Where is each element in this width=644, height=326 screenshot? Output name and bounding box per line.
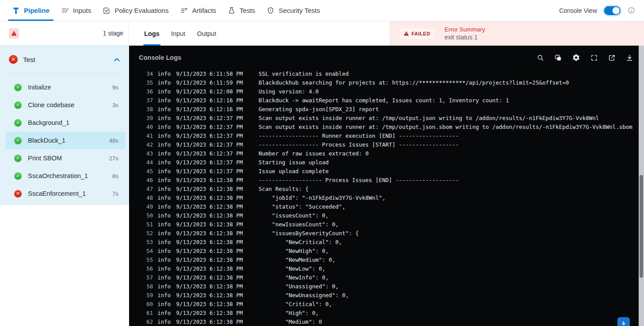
log-timestamp: 9/13/2023 6:12:38 PM [176,300,243,309]
log-level: info [157,176,171,185]
log-line: 46 info 9/13/2023 6:12:38 PM -----------… [129,176,639,185]
stage-name: Test [23,56,35,63]
download-icon[interactable] [626,54,633,62]
step-status-icon [14,137,22,144]
step-row[interactable]: BlackDuck_1 48s [5,132,126,149]
log-level: info [157,291,171,300]
tab-label: Pipeline [24,7,50,14]
step-name: Initialize [28,84,51,91]
tab-inputs[interactable]: Inputs [55,0,97,21]
console-scrollbar-thumb[interactable] [640,175,643,278]
log-level: info [157,105,171,114]
log-line: 42 info 9/13/2023 6:12:37 PM -----------… [129,140,639,149]
log-line-number: 51 [142,220,153,229]
tab-artifacts[interactable]: Artifacts [174,0,222,21]
log-timestamp: 9/13/2023 6:12:37 PM [176,158,243,167]
console-title: Console Logs [139,54,181,61]
log-line-number: 57 [142,273,153,282]
step-row[interactable]: Clone codebase 3s [5,96,126,114]
log-line: 47 info 9/13/2023 6:12:38 PM Scan Result… [129,185,639,194]
scroll-to-bottom-button[interactable] [617,317,630,326]
tab-label: Inputs [73,7,91,14]
log-level: info [157,149,171,158]
log-message: "jobId": "-n1FkEpdiw3Y7G-Vvk8Wnl", [259,194,385,202]
tab-logs[interactable]: Logs [140,21,164,46]
search-icon[interactable] [537,54,544,62]
step-name: Print SBOM [28,155,62,162]
chevron-up-icon[interactable] [114,57,120,62]
log-timestamp: 9/13/2023 6:12:16 PM [176,105,243,114]
log-line: 62 info 9/13/2023 6:12:38 PM "Medium": 0 [129,318,639,326]
open-in-new-icon[interactable] [608,54,616,62]
log-viewport[interactable]: 34 info 9/13/2023 6:11:58 PM SSL verific… [129,70,639,326]
policy-evaluations-icon [102,7,110,15]
step-duration: 3s [112,102,118,109]
log-line: 58 info 9/13/2023 6:12:38 PM "Unassigned… [129,282,639,291]
log-message: "NewHigh": 0, [259,247,329,256]
log-timestamp: 9/13/2023 6:12:38 PM [176,291,243,300]
scroll-to-bottom-icon [620,320,627,326]
log-level: info [157,220,171,229]
log-line-number: 49 [142,202,153,211]
tab-pipeline[interactable]: Pipeline [6,0,55,21]
top-navigation: Pipeline Inputs Policy Evaluations Artif… [0,0,644,21]
log-line: 36 info 9/13/2023 6:12:08 PM Using versi… [129,87,639,96]
tab-label: Tests [240,7,255,14]
info-icon[interactable] [628,7,635,14]
log-timestamp: 9/13/2023 6:12:38 PM [176,238,243,247]
tab-label: Security Tests [279,7,320,14]
log-line: 48 info 9/13/2023 6:12:38 PM "jobId": "-… [129,194,639,202]
log-level: info [157,300,171,309]
log-panel-tabbar: Logs Input Output [129,21,389,46]
artifacts-icon [180,7,188,15]
log-line: 34 info 9/13/2023 6:11:58 PM SSL verific… [129,70,639,78]
fullscreen-icon[interactable] [590,54,598,62]
step-row[interactable]: SscaEnforcement_1 7s [5,185,126,202]
tab-label: Artifacts [192,7,216,14]
console-view-toggle[interactable] [604,6,620,15]
step-duration: 7s [112,190,118,197]
step-name: BlackDuck_1 [28,137,66,144]
step-row[interactable]: Background_1 [5,114,126,132]
log-level: info [157,318,171,326]
console-logs-panel: Console Logs [129,46,644,326]
tab-security-tests[interactable]: Security Tests [261,0,326,21]
tab-tests[interactable]: Tests [222,0,261,21]
stage-header[interactable]: Test [0,46,129,73]
log-message: ------------------- Process Issues [END]… [259,176,459,185]
log-level: info [157,140,171,149]
log-line: 53 info 9/13/2023 6:12:38 PM "NewCritica… [129,238,639,247]
log-message: "High": 0, [259,309,318,318]
log-line: 52 info 9/13/2023 6:12:38 PM "issuesBySe… [129,229,639,238]
log-level: info [157,282,171,291]
console-actions [537,54,633,62]
log-message: "Unassigned": 0, [259,282,339,291]
step-row[interactable]: SscaOrchestration_1 8s [5,167,126,185]
console-scrollbar-track[interactable] [639,46,644,326]
log-level: info [157,87,171,96]
step-row[interactable]: Initialize 9s [5,78,126,96]
tab-input[interactable]: Input [167,21,190,46]
step-duration: 27s [109,155,118,162]
log-message: "NewLow": 0, [259,264,326,273]
log-message: Starting issue upload [259,158,329,167]
tab-policy-evaluations[interactable]: Policy Evaluations [97,0,174,21]
log-line: 54 info 9/13/2023 6:12:38 PM "NewHigh": … [129,247,639,256]
log-level: info [157,202,171,211]
execution-sidebar: 1 stage Test Initialize 9s [0,21,129,326]
log-line: 49 info 9/13/2023 6:12:38 PM "status": "… [129,202,639,211]
tab-output[interactable]: Output [192,21,221,46]
log-level: info [157,256,171,264]
log-line-number: 38 [142,105,153,114]
stage-count: 1 stage [103,30,123,37]
copy-icon[interactable] [554,54,562,62]
step-name: SscaEnforcement_1 [28,190,86,197]
settings-icon[interactable] [572,54,580,62]
log-level: info [157,70,171,78]
step-row[interactable]: Print SBOM 27s [5,149,126,167]
log-timestamp: 9/13/2023 6:12:38 PM [176,211,243,220]
pipeline-icon [12,7,20,15]
log-line-number: 60 [142,300,153,309]
console-view-label: Console View [559,7,597,14]
log-line-number: 59 [142,291,153,300]
